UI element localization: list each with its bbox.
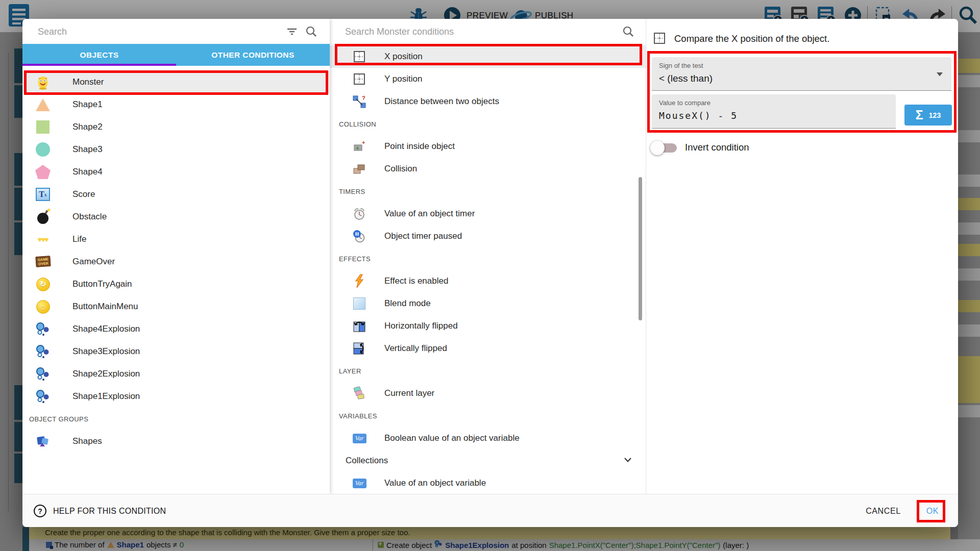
object-row[interactable]: Shape1	[22, 93, 330, 116]
screen: PREVIEW PUBLISH Ho	[0, 0, 980, 551]
timer-paused-icon	[352, 229, 366, 243]
object-row[interactable]: Shape4Explosion	[22, 318, 330, 340]
item-label: Value of an object timer	[384, 209, 475, 219]
object-row[interactable]: GAMEOVERGameOver	[22, 251, 330, 273]
condition-list: X positionY position?Distance between tw…	[330, 45, 646, 494]
condition-row[interactable]: VarValue of an object variable	[330, 472, 646, 494]
section-header: COLLISION	[330, 113, 646, 135]
button-retry-icon: ↻	[35, 276, 51, 292]
sign-of-test-select[interactable]: Sign of the test < (less than)	[652, 57, 951, 91]
condition-row[interactable]: X position	[330, 45, 646, 68]
item-label: Y position	[384, 74, 422, 84]
item-label: ButtonTryAgain	[72, 279, 132, 289]
search-icon[interactable]	[305, 26, 317, 40]
item-label: Value of an object variable	[384, 478, 486, 488]
object-row[interactable]: Monster	[22, 71, 330, 93]
collision-icon	[352, 162, 366, 176]
section-header: VARIABLES	[330, 405, 646, 427]
section-header: EFFECTS	[330, 247, 646, 270]
condition-search-row	[330, 19, 646, 44]
condition-row[interactable]: Object timer paused	[330, 225, 646, 247]
item-label: Shape2	[72, 122, 103, 132]
condition-row[interactable]: Collision	[330, 158, 646, 180]
condition-list-panel: X positionY position?Distance between tw…	[330, 19, 646, 494]
condition-row[interactable]: ?Distance between two objects	[330, 90, 646, 113]
item-label: Effect is enabled	[384, 276, 448, 286]
item-label: Boolean value of an object variable	[384, 433, 520, 443]
invert-condition-toggle[interactable]	[652, 143, 677, 153]
blend-icon	[352, 296, 366, 311]
filter-icon[interactable]	[286, 26, 298, 40]
item-label: Life	[72, 234, 86, 244]
condition-row[interactable]: Current layer	[330, 382, 646, 405]
section-header: TIMERS	[330, 180, 646, 203]
value-to-compare-input[interactable]: MouseX() - 5	[659, 110, 738, 121]
object-row[interactable]: ⌂ButtonMainMenu	[22, 295, 330, 318]
cancel-button[interactable]: CANCEL	[866, 507, 901, 516]
var-icon: Var	[352, 431, 366, 445]
object-tabs: OBJECTS OTHER CONDITIONS	[22, 44, 330, 66]
object-row[interactable]: ♥♥♥Life	[22, 228, 330, 251]
gameover-icon: GAMEOVER	[35, 254, 51, 270]
triangle-icon	[35, 96, 51, 113]
item-label: ButtonMainMenu	[72, 302, 138, 312]
condition-row[interactable]: Effect is enabled	[330, 270, 646, 292]
item-label: Monster	[72, 77, 104, 87]
layer-icon	[352, 386, 366, 400]
chevron-down-icon[interactable]	[934, 68, 945, 82]
condition-row[interactable]: Vertically flipped	[330, 337, 646, 360]
condition-row[interactable]: Horizontally flipped	[330, 315, 646, 337]
sign-of-test-value: < (less than)	[659, 73, 713, 84]
object-row[interactable]: TxScore	[22, 183, 330, 206]
expression-builder-button[interactable]: Σ 123	[904, 105, 952, 126]
tab-other-conditions[interactable]: OTHER CONDITIONS	[176, 44, 330, 66]
hearts-icon: ♥♥♥	[35, 231, 51, 247]
item-label: Shape4	[72, 167, 103, 177]
object-row[interactable]: Shape3Explosion	[22, 340, 330, 363]
point-inside-icon: ++	[352, 139, 366, 154]
value-to-compare-field[interactable]: Value to compare MouseX() - 5	[652, 94, 896, 129]
condition-row[interactable]: Collections	[330, 449, 646, 472]
object-row[interactable]: Shapes	[22, 430, 330, 453]
object-row[interactable]: ↻ButtonTryAgain	[22, 273, 330, 295]
chevron-down-icon[interactable]	[622, 454, 633, 467]
condition-row[interactable]: VarBoolean value of an object variable	[330, 427, 646, 449]
condition-parameters-panel: Compare the X position of the object. Si…	[646, 19, 958, 494]
object-row[interactable]: ✦Obstacle	[22, 206, 330, 228]
flip-h-icon	[352, 319, 366, 333]
condition-title: Compare the X position of the object.	[674, 33, 829, 44]
item-label: Vertically flipped	[384, 343, 447, 354]
bomb-icon: ✦	[35, 209, 51, 225]
item-label: Blend mode	[384, 298, 431, 309]
condition-row[interactable]: Y position	[330, 68, 646, 90]
object-row[interactable]: Shape2Explosion	[22, 363, 330, 385]
condition-search-input[interactable]	[330, 19, 622, 44]
condition-editor-dialog: OBJECTS OTHER CONDITIONS MonsterShape1Sh…	[22, 19, 958, 527]
help-for-condition-button[interactable]: ? HELP FOR THIS CONDITION	[34, 494, 166, 527]
effect-icon	[352, 274, 366, 288]
monster-icon	[35, 74, 51, 90]
particles-icon	[35, 388, 51, 405]
condition-row[interactable]: ++Point inside object	[330, 135, 646, 158]
value-to-compare-label: Value to compare	[659, 99, 710, 107]
item-label: GameOver	[72, 257, 115, 267]
toggle-knob[interactable]	[650, 141, 665, 155]
position-icon	[653, 32, 666, 47]
active-tab-indicator	[22, 64, 176, 66]
search-icon[interactable]	[622, 26, 634, 40]
item-label: Distance between two objects	[384, 96, 499, 107]
object-row[interactable]: Shape1Explosion	[22, 385, 330, 408]
scrollbar[interactable]	[639, 177, 642, 320]
object-row[interactable]: Shape3	[22, 138, 330, 161]
tab-objects[interactable]: OBJECTS	[22, 44, 176, 66]
object-row[interactable]: Shape4	[22, 161, 330, 183]
particles-icon	[35, 343, 51, 360]
ok-button[interactable]: OK	[926, 507, 939, 516]
item-label: Collision	[384, 164, 417, 174]
item-label: Shape4Explosion	[72, 324, 140, 334]
sign-of-test-label: Sign of the test	[659, 62, 703, 69]
object-row[interactable]: Shape2	[22, 116, 330, 138]
condition-row[interactable]: Blend mode	[330, 292, 646, 315]
condition-row[interactable]: Value of an object timer	[330, 203, 646, 225]
object-search-input[interactable]	[22, 19, 294, 44]
